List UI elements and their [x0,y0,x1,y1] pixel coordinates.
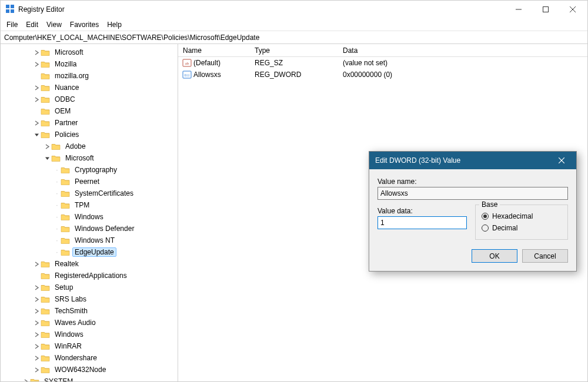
tree-node[interactable]: Policies [1,129,178,140]
ok-button[interactable]: OK [472,249,517,263]
tree-node[interactable]: ODBC [1,93,178,105]
tree-node[interactable]: Microsoft [1,46,178,58]
tree-node[interactable]: Waves Audio [1,317,178,329]
tree-node[interactable]: ·SystemCertificates [1,187,178,199]
tree-connector: · [54,167,61,173]
folder-icon [41,48,50,56]
folder-icon [41,272,50,280]
tree-node[interactable]: TechSmith [1,305,178,317]
menu-help[interactable]: Help [103,19,125,30]
menu-favorites[interactable]: Favorites [66,19,102,30]
tree-node[interactable]: Nuance [1,82,178,93]
value-name-input[interactable] [377,187,568,200]
folder-icon [41,60,50,68]
folder-icon [61,189,70,197]
chevron-right-icon[interactable] [22,379,30,382]
chevron-down-icon[interactable] [43,156,51,161]
list-row[interactable]: ab(Default)REG_SZ(value not set) [178,57,587,69]
tree-node[interactable]: Partner [1,117,178,129]
app-window: Registry Editor File Edit View Favorites… [0,0,588,382]
chevron-right-icon[interactable] [32,262,41,267]
chevron-right-icon[interactable] [32,85,41,91]
maximize-button[interactable] [532,1,559,18]
chevron-right-icon[interactable] [43,144,51,149]
tree-connector: · [54,179,61,185]
folder-icon [41,83,50,92]
radio-dec-label: Decimal [492,224,517,232]
col-type[interactable]: Type [255,46,343,55]
tree-node[interactable]: SRS Labs [1,293,178,305]
tree-node-label: Mozilla [52,59,79,69]
folder-icon [61,213,70,221]
address-bar[interactable]: Computer\HKEY_LOCAL_MACHINE\SOFTWARE\Pol… [1,31,587,44]
menu-file[interactable]: File [3,19,21,30]
chevron-right-icon[interactable] [32,309,41,314]
chevron-right-icon[interactable] [32,120,41,126]
menu-view[interactable]: View [43,19,65,30]
tree-node[interactable]: Windows [1,329,178,340]
chevron-right-icon[interactable] [32,62,41,67]
list-cell-data: (value not set) [343,59,587,67]
tree-node[interactable]: WinRAR [1,340,178,352]
dialog-close-button[interactable] [553,152,570,169]
cancel-button[interactable]: Cancel [522,249,568,263]
folder-icon [41,72,50,80]
tree-node-label: WinRAR [52,341,84,351]
tree-pane[interactable]: MicrosoftMozillamozilla.orgNuanceODBCOEM… [1,44,178,381]
tree-node[interactable]: SYSTEM [1,376,178,381]
radio-icon [482,213,489,220]
tree-node-label: Windows NT [72,236,117,245]
tree-node[interactable]: ·Peernet [1,176,178,187]
tree-node[interactable]: Mozilla [1,58,178,70]
tree-node[interactable]: WOW6432Node [1,364,178,376]
tree-node[interactable]: ·Windows [1,211,178,223]
chevron-right-icon[interactable] [32,344,41,349]
chevron-right-icon[interactable] [32,320,41,326]
edit-dword-dialog: Edit DWORD (32-bit) Value Value name: Va… [369,151,577,272]
svg-text:011: 011 [185,73,190,77]
tree-node[interactable]: Microsoft [1,152,178,164]
folder-icon [41,283,50,291]
tree-node-label: Windows [72,212,106,222]
app-icon [5,4,15,15]
tree-node[interactable]: Wondershare [1,352,178,364]
tree-node[interactable]: ·Windows Defender [1,223,178,234]
close-button[interactable] [559,1,586,18]
col-name[interactable]: Name [178,46,255,55]
tree-node-label: Setup [52,283,75,292]
chevron-down-icon[interactable] [32,132,41,138]
tree-node[interactable]: Setup [1,282,178,293]
chevron-right-icon[interactable] [32,285,41,290]
folder-icon [30,377,39,381]
dialog-titlebar[interactable]: Edit DWORD (32-bit) Value [369,152,576,169]
tree-node[interactable]: ·Windows NT [1,234,178,246]
radio-hex[interactable]: Hexadecimal [482,212,562,220]
chevron-right-icon[interactable] [32,332,41,337]
tree-node[interactable]: Adobe [1,140,178,152]
dword-value-icon: 011 [182,70,192,79]
tree-node[interactable]: ·TPM [1,199,178,211]
dialog-body: Value name: Value data: Base Hexadecimal [369,169,576,271]
list-cell-type: REG_DWORD [255,71,343,79]
svg-rect-3 [11,9,14,13]
tree-node[interactable]: mozilla.org [1,70,178,82]
value-data-input[interactable] [377,216,467,229]
tree-node[interactable]: Realtek [1,258,178,270]
window-controls [505,1,586,18]
minimize-button[interactable] [505,1,532,18]
tree-node-label: TechSmith [52,306,90,316]
menu-edit[interactable]: Edit [22,19,42,30]
chevron-right-icon[interactable] [32,97,41,102]
chevron-right-icon[interactable] [32,297,41,302]
folder-icon [41,295,50,303]
col-data[interactable]: Data [343,46,587,55]
tree-node[interactable]: ·Cryptography [1,164,178,176]
chevron-right-icon[interactable] [32,367,41,373]
tree-node[interactable]: OEM [1,105,178,117]
tree-node[interactable]: ·EdgeUpdate [1,246,178,258]
tree-node[interactable]: RegisteredApplications [1,270,178,282]
radio-dec[interactable]: Decimal [482,224,562,232]
list-row[interactable]: 011AllowsxsREG_DWORD0x00000000 (0) [178,69,587,81]
chevron-right-icon[interactable] [32,356,41,361]
chevron-right-icon[interactable] [32,50,41,55]
